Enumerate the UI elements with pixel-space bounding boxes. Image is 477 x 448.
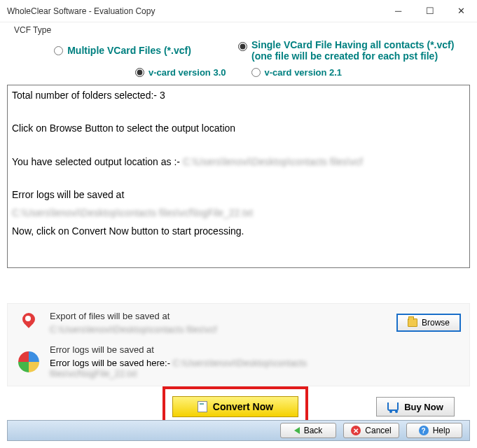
help-icon: ?: [419, 426, 429, 435]
log-line: Total number of folders selected:- 3: [12, 88, 465, 104]
cancel-button[interactable]: ✕ Cancel: [343, 423, 399, 438]
window-title: WholeClear Software - Evaluation Copy: [0, 6, 155, 16]
folder-icon: [408, 318, 417, 327]
maximize-button[interactable]: ☐: [414, 0, 445, 22]
location-pin-icon: [22, 313, 36, 332]
label-version-30: v-card version 3.0: [148, 67, 226, 78]
vcard-version-row: v-card version 3.0 v-card version 2.1: [7, 67, 470, 78]
cancel-icon: ✕: [351, 426, 361, 435]
error-log-row: Error logs will be saved at Error logs w…: [16, 344, 461, 379]
log-textarea[interactable]: Total number of folders selected:- 3 Cli…: [7, 85, 470, 268]
buy-now-button[interactable]: Buy Now: [376, 397, 455, 416]
bottom-panel: Export of files will be saved at C:\User…: [7, 303, 470, 386]
log-line: C:\Users\lenovi\Desktop\contacts files\v…: [12, 206, 465, 221]
title-bar: WholeClear Software - Evaluation Copy ─ …: [0, 0, 477, 22]
close-button[interactable]: ✕: [445, 0, 477, 22]
radio-version-30[interactable]: [135, 68, 144, 77]
radio-multiple-vcard[interactable]: [54, 46, 63, 55]
label-multiple-vcard: Multiple VCard Files (*.vcf): [67, 45, 191, 56]
log-line: Click on Browse Button to select the out…: [12, 121, 465, 136]
log-line: Now, click on Convert Now button to star…: [12, 224, 465, 239]
label-version-21: v-card version 2.1: [265, 67, 343, 78]
export-path: C:\Users\lenovi\Desktop\contacts files\v…: [50, 324, 368, 335]
errorlog-path-line: Error logs will be saved here:- C:\Users…: [50, 358, 368, 379]
footer-bar: Back ✕ Cancel ? Help: [7, 420, 470, 441]
arrow-left-icon: [294, 427, 300, 434]
convert-now-button[interactable]: Convert Now: [172, 396, 298, 417]
back-button[interactable]: Back: [280, 423, 336, 438]
export-location-row: Export of files will be saved at C:\User…: [16, 311, 461, 335]
radio-version-21[interactable]: [251, 68, 261, 77]
log-line: You have selected output location as :- …: [12, 155, 465, 170]
help-button[interactable]: ? Help: [406, 423, 462, 438]
window-controls: ─ ☐ ✕: [382, 0, 477, 22]
vcf-type-group-label: VCF Type: [14, 25, 470, 35]
browse-button[interactable]: Browse: [396, 314, 461, 332]
export-label: Export of files will be saved at: [50, 311, 368, 321]
errorlog-label: Error logs will be saved at: [50, 344, 368, 355]
minimize-button[interactable]: ─: [382, 0, 414, 22]
vcf-type-row: Multiple VCard Files (*.vcf) Single VCar…: [7, 39, 470, 62]
color-wheel-icon: [18, 351, 39, 372]
log-line: Error logs will be saved at: [12, 188, 465, 203]
label-single-vcard: Single VCard File Having all contacts (*…: [251, 39, 454, 62]
cart-icon: [387, 402, 399, 411]
document-icon: [198, 401, 207, 412]
radio-single-vcard[interactable]: [238, 42, 247, 51]
